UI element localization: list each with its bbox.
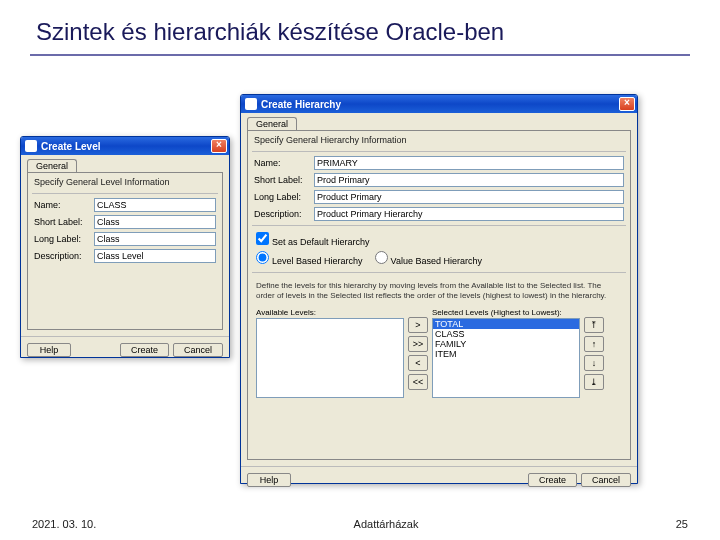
close-icon[interactable]: ×: [619, 97, 635, 111]
description-label: Description:: [34, 251, 94, 261]
hierarchy-section-label: Specify General Hierarchy Information: [248, 131, 630, 147]
level-section-label: Specify General Level Information: [28, 173, 222, 189]
default-hierarchy-cb[interactable]: [256, 232, 269, 245]
selected-levels-list[interactable]: TOTAL CLASS FAMILY ITEM: [432, 318, 580, 398]
default-hierarchy-checkbox[interactable]: Set as Default Hierarchy: [256, 232, 370, 247]
create-hierarchy-title: Create Hierarchy: [261, 99, 619, 110]
short-label: Short Label:: [34, 217, 94, 227]
create-hierarchy-titlebar: Create Hierarchy ×: [241, 95, 637, 113]
tab-row: General: [247, 117, 637, 130]
value-based-radio[interactable]: Value Based Hierarchy: [375, 251, 482, 266]
add-button[interactable]: >: [408, 317, 428, 333]
window-icon: [25, 140, 37, 152]
name-input[interactable]: [314, 156, 624, 170]
available-levels-label: Available Levels:: [256, 308, 404, 318]
footer-title: Adattárházak: [354, 518, 419, 530]
value-based-rb[interactable]: [375, 251, 388, 264]
separator: [252, 225, 626, 226]
shuttle-area: Available Levels: > >> < << Selected Lev…: [248, 304, 630, 408]
create-level-window: Create Level × General Specify General L…: [20, 136, 230, 358]
short-label-input[interactable]: [94, 215, 216, 229]
available-levels-list[interactable]: [256, 318, 404, 398]
name-label: Name:: [34, 200, 94, 210]
cancel-button[interactable]: Cancel: [581, 473, 631, 487]
create-button[interactable]: Create: [120, 343, 169, 357]
list-item[interactable]: TOTAL: [433, 319, 579, 329]
title-underline: [30, 54, 690, 56]
level-based-radio[interactable]: Level Based Hierarchy: [256, 251, 363, 266]
selected-levels-label: Selected Levels (Highest to Lowest):: [432, 308, 580, 318]
slide-footer: 2021. 03. 10. Adattárházak 25: [0, 518, 720, 530]
description-input[interactable]: [94, 249, 216, 263]
tab-general[interactable]: General: [247, 117, 297, 130]
level-panel: Specify General Level Information Name: …: [27, 172, 223, 330]
list-item[interactable]: FAMILY: [433, 339, 579, 349]
cancel-button[interactable]: Cancel: [173, 343, 223, 357]
remove-button[interactable]: <: [408, 355, 428, 371]
long-label-input[interactable]: [94, 232, 216, 246]
footer-date: 2021. 03. 10.: [32, 518, 96, 530]
description-label: Description:: [254, 209, 314, 219]
add-all-button[interactable]: >>: [408, 336, 428, 352]
window-icon: [245, 98, 257, 110]
slide-title: Szintek és hierarchiák készítése Oracle-…: [0, 0, 720, 54]
separator: [252, 151, 626, 152]
level-based-rb[interactable]: [256, 251, 269, 264]
long-label-input[interactable]: [314, 190, 624, 204]
close-icon[interactable]: ×: [211, 139, 227, 153]
footer-page: 25: [676, 518, 688, 530]
move-up-button[interactable]: ↑: [584, 336, 604, 352]
hierarchy-panel: Specify General Hierarchy Information Na…: [247, 130, 631, 460]
move-down-button[interactable]: ↓: [584, 355, 604, 371]
level-button-row: Help Create Cancel: [21, 336, 229, 363]
create-level-titlebar: Create Level ×: [21, 137, 229, 155]
hierarchy-button-row: Help Create Cancel: [241, 466, 637, 493]
tab-general[interactable]: General: [27, 159, 77, 172]
create-button[interactable]: Create: [528, 473, 577, 487]
list-item[interactable]: CLASS: [433, 329, 579, 339]
separator: [252, 272, 626, 273]
move-bottom-button[interactable]: ⤓: [584, 374, 604, 390]
separator: [32, 193, 218, 194]
list-item[interactable]: ITEM: [433, 349, 579, 359]
create-hierarchy-window: Create Hierarchy × General Specify Gener…: [240, 94, 638, 484]
instruction-text: Define the levels for this hierarchy by …: [248, 277, 630, 304]
help-button[interactable]: Help: [27, 343, 71, 357]
long-label: Long Label:: [254, 192, 314, 202]
long-label: Long Label:: [34, 234, 94, 244]
create-level-title: Create Level: [41, 141, 211, 152]
remove-all-button[interactable]: <<: [408, 374, 428, 390]
move-top-button[interactable]: ⤒: [584, 317, 604, 333]
help-button[interactable]: Help: [247, 473, 291, 487]
tab-row: General: [27, 159, 229, 172]
name-label: Name:: [254, 158, 314, 168]
name-input[interactable]: [94, 198, 216, 212]
short-label-input[interactable]: [314, 173, 624, 187]
short-label: Short Label:: [254, 175, 314, 185]
description-input[interactable]: [314, 207, 624, 221]
